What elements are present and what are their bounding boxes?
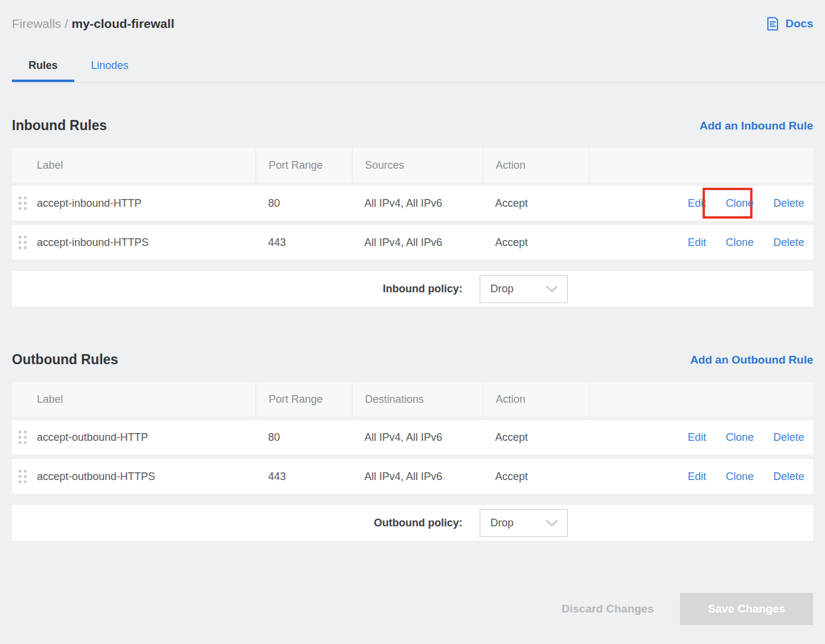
inbound-policy-row: Inbound policy: Drop (12, 271, 813, 307)
outbound-section-header: Outbound Rules Add an Outbound Rule (12, 352, 813, 368)
rule-label: accept-inbound-HTTP (37, 197, 141, 209)
drag-handle-icon[interactable] (18, 236, 27, 250)
inbound-table-header: Label Port Range Sources Action (12, 148, 813, 182)
docs-link[interactable]: Docs (765, 16, 813, 31)
outbound-table-header: Label Port Range Destinations Action (12, 382, 813, 416)
column-header-label: Label (12, 148, 256, 182)
chevron-down-icon (546, 286, 558, 292)
rule-action: Accept (483, 471, 589, 483)
rule-port-range: 80 (256, 197, 352, 210)
rule-label: accept-outbound-HTTP (37, 431, 148, 443)
column-header-port-range: Port Range (256, 382, 352, 416)
edit-link[interactable]: Edit (688, 471, 706, 483)
delete-link[interactable]: Delete (773, 431, 804, 444)
tab-bar: Rules Linodes (12, 52, 813, 83)
tabbar-divider (12, 82, 825, 83)
rule-action: Accept (483, 236, 589, 249)
breadcrumb-firewalls-link[interactable]: Firewalls / (12, 17, 68, 30)
delete-link[interactable]: Delete (773, 471, 804, 483)
tab-rules-label: Rules (29, 59, 58, 71)
column-header-action: Action (483, 148, 589, 182)
rule-label: accept-inbound-HTTPS (37, 236, 149, 248)
table-row-accept-outbound-https: accept-outbound-HTTPS 443 All IPv4, All … (12, 459, 813, 494)
drag-handle-icon[interactable] (18, 470, 27, 484)
inbound-section-header: Inbound Rules Add an Inbound Rule (12, 118, 813, 134)
rule-sources: All IPv4, All IPv6 (352, 236, 483, 249)
chevron-down-icon (546, 520, 558, 526)
rule-destinations: All IPv4, All IPv6 (352, 431, 483, 444)
delete-link[interactable]: Delete (773, 197, 804, 210)
discard-changes-button[interactable]: Discard Changes (562, 602, 654, 615)
tab-rules[interactable]: Rules (12, 52, 74, 83)
breadcrumb: Firewalls /my-cloud-firewall (12, 17, 174, 31)
add-outbound-rule-link[interactable]: Add an Outbound Rule (690, 353, 813, 367)
rule-destinations: All IPv4, All IPv6 (352, 471, 483, 483)
inbound-policy-value: Drop (490, 283, 514, 295)
column-header-destinations: Destinations (352, 382, 483, 416)
outbound-policy-row: Outbound policy: Drop (12, 505, 813, 541)
rule-action: Accept (483, 431, 589, 444)
column-header-port-range: Port Range (256, 148, 352, 182)
clone-link[interactable]: Clone (726, 197, 754, 210)
inbound-policy-label: Inbound policy: (383, 283, 462, 295)
clone-link[interactable]: Clone (726, 431, 754, 444)
edit-link[interactable]: Edit (688, 236, 706, 249)
clone-link[interactable]: Clone (726, 471, 754, 483)
column-header-action: Action (483, 382, 589, 416)
tab-linodes[interactable]: Linodes (74, 52, 145, 83)
footer-actions: Discard Changes Save Changes (12, 593, 813, 625)
inbound-policy-select[interactable]: Drop (480, 275, 568, 303)
table-row-accept-outbound-http: accept-outbound-HTTP 80 All IPv4, All IP… (12, 420, 813, 454)
drag-handle-icon[interactable] (18, 431, 27, 444)
rule-port-range: 443 (256, 236, 352, 249)
column-header-actions-spacer (589, 148, 813, 182)
column-header-sources: Sources (352, 148, 483, 182)
table-row-accept-inbound-https: accept-inbound-HTTPS 443 All IPv4, All I… (12, 225, 813, 260)
edit-link[interactable]: Edit (688, 431, 706, 444)
outbound-policy-label: Outbound policy: (374, 517, 462, 529)
outbound-policy-select[interactable]: Drop (480, 509, 568, 537)
docs-label: Docs (786, 17, 813, 30)
breadcrumb-current-firewall: my-cloud-firewall (72, 17, 175, 30)
rule-sources: All IPv4, All IPv6 (352, 197, 483, 210)
docs-icon (765, 16, 780, 31)
page-header: Firewalls /my-cloud-firewall Docs (12, 14, 813, 33)
rule-port-range: 80 (256, 431, 352, 444)
edit-link[interactable]: Edit (688, 197, 706, 210)
rule-label: accept-outbound-HTTPS (37, 471, 155, 482)
outbound-rules-table: Label Port Range Destinations Action acc… (12, 382, 813, 541)
save-changes-button[interactable]: Save Changes (680, 593, 813, 625)
inbound-rules-table: Label Port Range Sources Action accept-i… (12, 148, 813, 307)
outbound-policy-value: Drop (490, 517, 514, 529)
add-inbound-rule-link[interactable]: Add an Inbound Rule (700, 119, 813, 132)
firewall-detail-page: Firewalls /my-cloud-firewall Docs Rules … (0, 0, 825, 644)
clone-link[interactable]: Clone (726, 236, 754, 249)
rule-action: Accept (483, 197, 589, 210)
inbound-rules-title: Inbound Rules (12, 118, 107, 134)
delete-link[interactable]: Delete (773, 236, 804, 249)
table-row-accept-inbound-http: accept-inbound-HTTP 80 All IPv4, All IPv… (12, 186, 813, 220)
tab-linodes-label: Linodes (91, 59, 128, 71)
outbound-rules-title: Outbound Rules (12, 352, 118, 368)
column-header-label: Label (12, 382, 256, 416)
drag-handle-icon[interactable] (18, 197, 27, 210)
column-header-actions-spacer (589, 382, 813, 416)
rule-port-range: 443 (256, 471, 352, 483)
